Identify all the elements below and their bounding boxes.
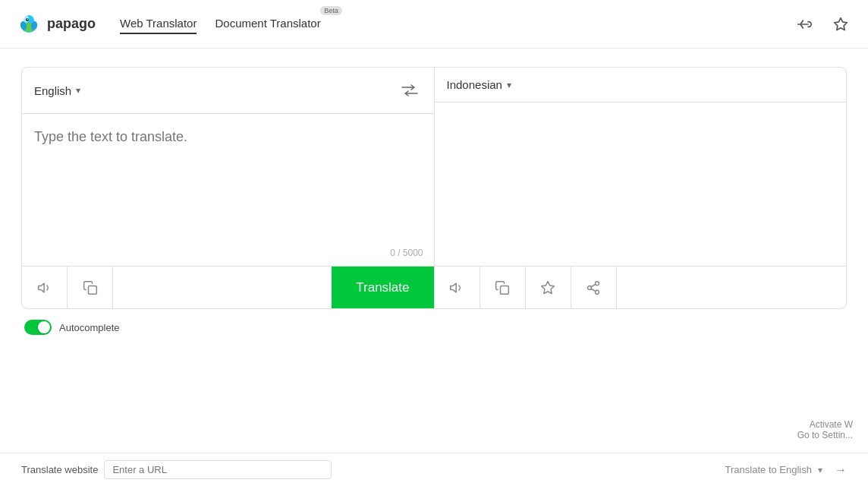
bookmark-icon-btn[interactable]: [829, 12, 853, 36]
activate-line1: Activate W: [797, 419, 853, 430]
target-lang-label: Indonesian: [447, 78, 502, 91]
source-copy-icon: [83, 280, 98, 295]
swap-icon: [401, 84, 418, 96]
translate-button[interactable]: Translate: [332, 267, 433, 309]
target-panel: Indonesian ▾: [435, 68, 847, 308]
svg-marker-13: [451, 283, 457, 292]
svg-line-19: [591, 289, 596, 291]
target-favorite-button[interactable]: [526, 267, 571, 309]
beta-badge: Beta: [320, 6, 342, 15]
target-star-icon: [540, 280, 555, 295]
main-content: English ▾ 0 / 5000: [0, 49, 868, 364]
nav-document-wrapper: Document Translator Beta: [215, 14, 320, 34]
svg-rect-12: [88, 286, 96, 294]
svg-rect-14: [501, 286, 509, 294]
target-share-icon: [586, 280, 601, 295]
svg-marker-15: [542, 281, 555, 293]
toggle-knob: [38, 321, 50, 333]
source-lang-selector[interactable]: English ▾: [34, 84, 80, 97]
source-lang-label: English: [34, 84, 71, 97]
autocomplete-toggle[interactable]: [24, 320, 52, 335]
activate-line2: Go to Settin...: [797, 430, 853, 440]
source-panel-header: English ▾: [22, 68, 434, 114]
chevron-down-icon: ▾: [818, 465, 822, 475]
target-lang-chevron: ▾: [507, 80, 511, 90]
svg-point-4: [26, 18, 29, 21]
svg-marker-11: [38, 283, 44, 292]
autocomplete-label: Autocomplete: [59, 322, 120, 333]
source-panel: English ▾ 0 / 5000: [22, 68, 435, 308]
share-icon-btn[interactable]: [792, 12, 816, 36]
target-copy-icon: [495, 280, 510, 295]
source-copy-button[interactable]: [68, 267, 113, 309]
arrow-right-icon[interactable]: →: [835, 463, 847, 477]
svg-point-5: [27, 18, 28, 19]
header-right: [792, 12, 853, 36]
translate-to-english-label: Translate to English: [725, 464, 812, 475]
char-count: 0 / 5000: [390, 248, 423, 258]
source-textarea[interactable]: [22, 114, 434, 266]
source-lang-chevron: ▾: [76, 85, 80, 96]
source-panel-footer: Translate: [22, 266, 434, 308]
url-input[interactable]: [104, 460, 332, 479]
translate-website-label: Translate website: [21, 464, 98, 475]
svg-line-20: [591, 284, 596, 286]
target-panel-footer: [435, 266, 847, 308]
activate-windows-watermark: Activate W Go to Settin...: [797, 419, 853, 440]
target-lang-selector[interactable]: Indonesian ▾: [447, 78, 511, 91]
nav-document-translator[interactable]: Document Translator: [215, 14, 320, 34]
nav-links: Web Translator Document Translator Beta: [120, 14, 321, 34]
target-speaker-button[interactable]: [435, 267, 480, 309]
papago-logo-icon: [15, 11, 42, 38]
logo-text: papago: [47, 16, 96, 32]
target-copy-button[interactable]: [480, 267, 526, 309]
target-share-button[interactable]: [571, 267, 617, 309]
nav-web-translator[interactable]: Web Translator: [120, 14, 197, 34]
source-speaker-icon: [37, 280, 52, 295]
svg-marker-10: [835, 17, 848, 30]
bookmark-icon: [833, 17, 848, 32]
bottom-bar-right: Translate to English ▾ →: [725, 463, 847, 477]
bottom-bar: Translate website Translate to English ▾…: [0, 453, 868, 486]
swap-languages-button[interactable]: [398, 78, 422, 103]
output-area: [435, 103, 847, 266]
target-speaker-icon: [449, 280, 464, 295]
source-speaker-button[interactable]: [22, 267, 68, 309]
header: papago Web Translator Document Translato…: [0, 0, 868, 49]
source-text-wrapper: 0 / 5000: [22, 114, 434, 266]
target-panel-header: Indonesian ▾: [435, 68, 847, 103]
share-icon: [797, 17, 812, 32]
autocomplete-row: Autocomplete: [21, 309, 847, 346]
translator-container: English ▾ 0 / 5000: [21, 67, 847, 309]
logo-area[interactable]: papago: [15, 11, 96, 38]
